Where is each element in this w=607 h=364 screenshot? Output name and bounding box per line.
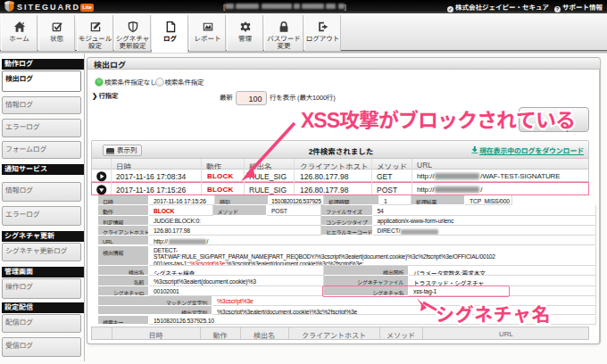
svg-text:XSS攻撃がブロックされている: XSS攻撃がブロックされている	[301, 109, 575, 132]
svg-text:シグネチャ名: シグネチャ名	[436, 304, 551, 325]
